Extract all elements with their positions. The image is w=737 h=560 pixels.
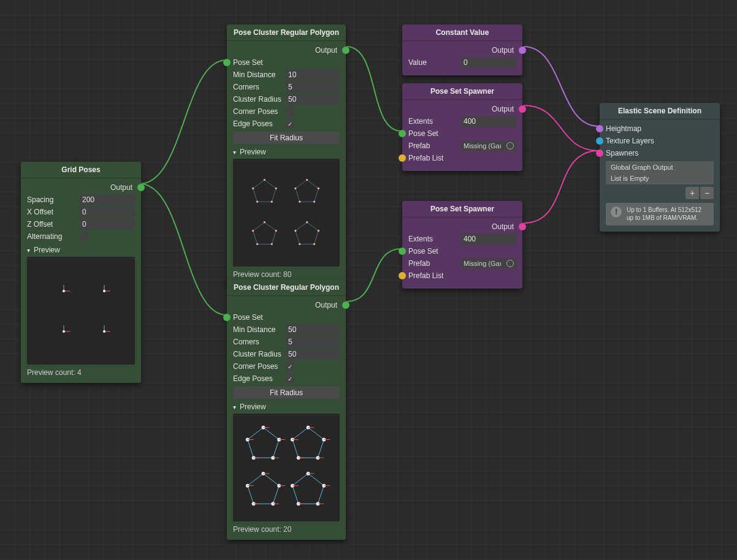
cluster-radius-input[interactable] <box>286 94 340 105</box>
texture-layers-port[interactable] <box>596 137 603 145</box>
xoffset-label: X Offset <box>27 208 80 216</box>
min-distance-input[interactable] <box>286 324 340 335</box>
node-title: Pose Set Spawner <box>402 201 522 218</box>
svg-point-16 <box>256 201 258 203</box>
svg-marker-24 <box>253 222 277 244</box>
svg-marker-69 <box>292 474 324 504</box>
svg-point-25 <box>264 221 265 223</box>
svg-marker-30 <box>296 222 319 244</box>
output-port[interactable] <box>519 223 526 230</box>
spawners-port[interactable] <box>596 149 603 157</box>
value-input[interactable] <box>461 57 516 68</box>
pose-cluster-polygon-node-2[interactable]: Pose Cluster Regular Polygon Output Pose… <box>227 279 346 540</box>
svg-point-8 <box>63 330 65 333</box>
fit-radius-button[interactable]: Fit Radius <box>233 132 340 144</box>
preview-box <box>233 414 340 521</box>
pose-set-spawner-node-2[interactable]: Pose Set Spawner Output Extents Pose Set… <box>402 201 522 289</box>
preview-count: Preview count: 20 <box>233 525 340 534</box>
svg-marker-58 <box>248 474 279 504</box>
cluster-radius-input[interactable] <box>286 349 340 360</box>
svg-marker-36 <box>248 428 279 458</box>
svg-point-28 <box>256 243 258 245</box>
zoffset-input[interactable] <box>80 219 135 230</box>
remove-button[interactable]: − <box>700 187 714 199</box>
pose-set-port[interactable] <box>399 248 406 255</box>
output-port[interactable] <box>519 47 526 54</box>
prefab-field[interactable]: Missing (Gaı <box>461 141 516 151</box>
output-port[interactable] <box>519 105 526 113</box>
svg-point-17 <box>252 187 254 189</box>
spacing-input[interactable] <box>80 194 135 205</box>
svg-point-11 <box>103 330 105 333</box>
edge-poses-checkbox[interactable] <box>286 119 294 128</box>
svg-point-23 <box>294 187 296 189</box>
svg-point-33 <box>313 243 315 245</box>
preview-foldout[interactable]: Preview <box>233 148 340 156</box>
svg-point-15 <box>271 201 273 203</box>
min-distance-input[interactable] <box>286 69 340 80</box>
global-output-list: Global Graph Output List is Empty <box>606 161 714 184</box>
preview-box <box>27 257 135 365</box>
node-title: Pose Cluster Regular Polygon <box>227 279 346 296</box>
svg-point-5 <box>103 290 105 292</box>
preview-count: Preview count: 4 <box>27 368 135 377</box>
extents-input[interactable] <box>461 233 516 244</box>
output-port[interactable] <box>342 301 349 309</box>
pose-cluster-polygon-node-1[interactable]: Pose Cluster Regular Polygon Output Pose… <box>227 25 346 285</box>
info-message: ! Up to 1 Buffers. At 512x512 up to 1MB … <box>606 203 714 225</box>
spacing-label: Spacing <box>27 195 80 204</box>
output-label: Output <box>110 183 132 192</box>
elastic-scene-definition-node[interactable]: Elastic Scene Definition Heightmap Textu… <box>600 103 720 232</box>
svg-point-20 <box>318 187 319 189</box>
corner-poses-checkbox[interactable] <box>286 362 294 371</box>
xoffset-input[interactable] <box>80 206 135 218</box>
pose-set-port[interactable] <box>223 314 231 321</box>
preview-box <box>233 159 340 267</box>
alternating-label: Alternating <box>27 232 80 241</box>
object-picker-icon[interactable] <box>506 142 514 149</box>
heightmap-port[interactable] <box>596 125 603 132</box>
node-title: Pose Cluster Regular Polygon <box>227 25 346 41</box>
preview-foldout[interactable]: Preview <box>27 246 135 254</box>
add-button[interactable]: + <box>685 187 699 199</box>
zoffset-label: Z Offset <box>27 220 80 229</box>
svg-point-32 <box>318 230 319 232</box>
info-icon: ! <box>611 206 622 218</box>
pose-set-port[interactable] <box>399 130 406 137</box>
svg-point-13 <box>264 179 265 181</box>
svg-point-34 <box>299 243 300 245</box>
output-port[interactable] <box>137 184 145 191</box>
svg-point-2 <box>63 290 65 292</box>
edge-poses-checkbox[interactable] <box>286 374 294 383</box>
extents-input[interactable] <box>461 116 516 127</box>
svg-point-35 <box>294 230 296 232</box>
node-title: Grid Poses <box>21 162 141 178</box>
output-port[interactable] <box>342 47 349 54</box>
svg-point-19 <box>306 179 308 181</box>
corners-input[interactable] <box>286 336 340 347</box>
svg-point-21 <box>313 201 315 203</box>
corners-input[interactable] <box>286 81 340 93</box>
object-picker-icon[interactable] <box>506 260 514 267</box>
constant-value-node[interactable]: Constant Value Output Value <box>402 25 522 75</box>
node-title: Constant Value <box>402 25 522 41</box>
grid-poses-node[interactable]: Grid Poses Output Spacing X Offset Z Off… <box>21 162 141 383</box>
fit-radius-button[interactable]: Fit Radius <box>233 387 340 399</box>
corner-poses-checkbox[interactable] <box>286 107 294 116</box>
svg-point-22 <box>299 201 300 203</box>
node-title: Pose Set Spawner <box>402 83 522 100</box>
svg-point-27 <box>271 243 273 245</box>
svg-point-29 <box>252 230 254 232</box>
svg-marker-18 <box>296 180 319 202</box>
prefab-list-port[interactable] <box>399 272 406 279</box>
alternating-checkbox[interactable] <box>80 232 88 241</box>
svg-point-26 <box>275 230 277 232</box>
preview-count: Preview count: 80 <box>233 270 340 279</box>
preview-foldout[interactable]: Preview <box>233 403 340 411</box>
svg-marker-47 <box>292 428 324 458</box>
pose-set-port[interactable] <box>223 59 231 66</box>
svg-point-14 <box>275 187 277 189</box>
pose-set-spawner-node-1[interactable]: Pose Set Spawner Output Extents Pose Set… <box>402 83 522 171</box>
prefab-list-port[interactable] <box>399 154 406 162</box>
prefab-field[interactable]: Missing (Gaı <box>461 259 516 268</box>
